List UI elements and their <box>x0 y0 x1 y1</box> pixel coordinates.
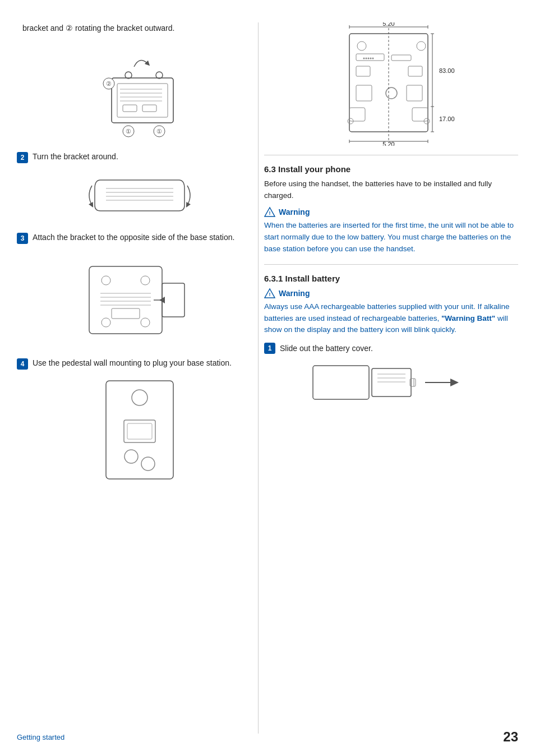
warning-1-text: When the batteries are inserted for the … <box>264 220 518 255</box>
figure-bracket-turned <box>33 169 247 219</box>
svg-rect-50 <box>356 85 372 101</box>
section-divider-2 <box>264 264 518 265</box>
warning-icon-2: ! <box>264 288 275 299</box>
figure-bracket-rotate: ② ① ① <box>33 44 247 145</box>
section-6-3-desc: Before using the handset, the batteries … <box>264 178 518 202</box>
right-step-1-header: 1 Slide out the battery cover. <box>264 343 518 354</box>
step-4-label: 4 <box>17 358 28 370</box>
step-4-text: Use the pedestal wall mounting to plug y… <box>33 357 232 369</box>
warning-2-bold: "Warning Batt" <box>441 314 495 322</box>
svg-rect-47 <box>391 55 411 61</box>
svg-point-24 <box>141 318 150 327</box>
svg-rect-30 <box>162 283 185 317</box>
dimension-diagram: 5.20 5.20 83.00 17.00 <box>264 22 518 146</box>
svg-point-22 <box>102 318 110 327</box>
svg-rect-20 <box>89 266 162 334</box>
figure-wall-mount <box>33 375 247 487</box>
warning-2-title: ! Warning <box>264 288 518 299</box>
svg-rect-7 <box>142 105 156 112</box>
svg-rect-48 <box>356 66 370 76</box>
warning-2-label: Warning <box>279 289 310 298</box>
warning-block-2: ! Warning Always use AAA rechargeable ba… <box>264 288 518 336</box>
svg-rect-41 <box>356 54 384 61</box>
svg-point-39 <box>357 42 366 50</box>
svg-rect-55 <box>412 108 428 121</box>
svg-text:5.20: 5.20 <box>382 22 394 27</box>
svg-point-21 <box>102 276 110 285</box>
footer-getting-started: Getting started <box>17 733 64 741</box>
svg-text:!: ! <box>269 292 271 297</box>
svg-text:5.20: 5.20 <box>382 141 394 146</box>
svg-text:17.00: 17.00 <box>439 116 455 122</box>
right-step-1-text: Slide out the battery cover. <box>280 343 373 354</box>
step-4-block: 4 Use the pedestal wall mounting to plug… <box>17 357 247 487</box>
svg-text:①: ① <box>126 128 131 135</box>
svg-point-51 <box>386 87 397 99</box>
svg-point-8 <box>125 72 132 79</box>
right-step-1-block: 1 Slide out the battery cover. <box>264 343 518 405</box>
svg-rect-53 <box>349 108 365 121</box>
svg-rect-52 <box>407 85 422 101</box>
section-divider-1 <box>264 155 518 155</box>
svg-rect-76 <box>372 368 411 397</box>
svg-point-23 <box>141 276 150 285</box>
step-3-text: Attach the bracket to the opposite side … <box>33 232 234 243</box>
svg-text:83.00: 83.00 <box>439 67 455 74</box>
svg-point-46 <box>372 58 373 59</box>
warning-2-text: Always use AAA rechargeable batteries su… <box>264 301 518 336</box>
step-2-text: Turn the bracket around. <box>33 151 118 163</box>
warning-block-1: ! Warning When the batteries are inserte… <box>264 206 518 255</box>
intro-text: bracket and ② rotating the bracket outwa… <box>17 22 247 34</box>
right-step-1-label: 1 <box>264 343 275 354</box>
step-2-block: 2 Turn the bracket around. <box>17 151 247 219</box>
svg-rect-6 <box>123 105 137 112</box>
warning-icon-1: ! <box>264 206 275 218</box>
svg-point-44 <box>367 58 369 59</box>
svg-rect-32 <box>106 381 173 479</box>
left-column: bracket and ② rotating the bracket outwa… <box>17 22 258 734</box>
svg-point-42 <box>363 58 365 59</box>
svg-rect-75 <box>313 366 369 399</box>
svg-rect-49 <box>408 66 422 76</box>
figure-battery-slide <box>264 360 518 405</box>
svg-rect-0 <box>112 78 173 123</box>
warning-1-label: Warning <box>279 208 310 216</box>
warning-1-title: ! Warning <box>264 206 518 218</box>
svg-point-37 <box>141 457 155 471</box>
svg-text:①: ① <box>156 128 162 135</box>
footer-page-number: 23 <box>503 729 518 745</box>
svg-point-43 <box>365 58 367 59</box>
step-3-label: 3 <box>17 233 28 244</box>
right-column: 5.20 5.20 83.00 17.00 6.3 Install your p… <box>258 22 518 734</box>
section-6-3-1-title: 6.3.1 Install battery <box>264 274 518 283</box>
svg-point-45 <box>370 58 371 59</box>
section-6-3-title: 6.3 Install your phone <box>264 164 518 174</box>
svg-point-36 <box>124 450 138 463</box>
svg-text:!: ! <box>269 210 271 216</box>
figure-bracket-attached <box>33 250 247 345</box>
svg-rect-1 <box>117 84 168 117</box>
step-3-block: 3 Attach the bracket to the opposite sid… <box>17 232 247 345</box>
step-2-label: 2 <box>17 152 28 163</box>
svg-point-9 <box>156 72 163 79</box>
svg-text:②: ② <box>106 80 112 87</box>
svg-point-33 <box>132 390 147 405</box>
svg-point-40 <box>417 42 426 50</box>
page-footer: Getting started 23 <box>0 729 535 745</box>
svg-rect-35 <box>127 423 152 439</box>
svg-rect-29 <box>112 308 140 319</box>
